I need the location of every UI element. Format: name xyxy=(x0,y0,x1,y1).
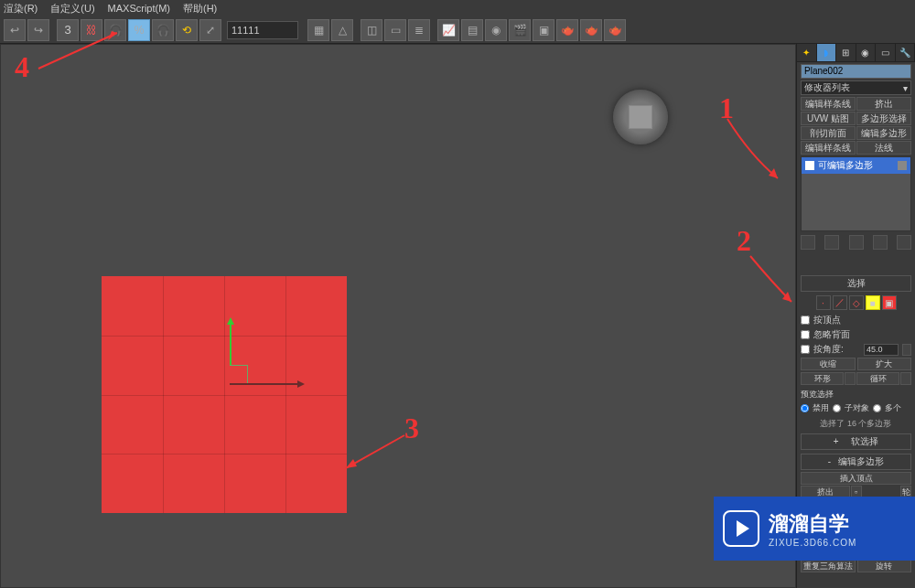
loop-button[interactable]: 循环 xyxy=(856,372,899,385)
redo-button[interactable]: ↪ xyxy=(27,19,49,41)
main-toolbar: ↩ ↪ 3 ⛓ 🎧 % 🎧 ⟲ ⤢ ▦ △ ◫ ▭ ≣ 📈 ▤ ◉ 🎬 ▣ 🫖 … xyxy=(0,16,915,44)
create-tab[interactable]: ✦ xyxy=(797,44,817,61)
quick-render-button[interactable]: 🫖 xyxy=(604,19,626,41)
edge-mode-icon[interactable]: ／ xyxy=(833,295,847,310)
selection-rollout-title[interactable]: 选择 xyxy=(801,275,911,292)
schematic-button[interactable]: ▤ xyxy=(461,19,483,41)
watermark-title: 溜溜自学 xyxy=(769,510,856,538)
modifier-visibility-icon[interactable] xyxy=(805,161,814,170)
preview-multi-radio[interactable] xyxy=(873,404,881,412)
snap-toggle-button[interactable]: ▦ xyxy=(307,19,329,41)
modifier-item-end-icon xyxy=(898,161,907,170)
render-last-button[interactable]: 🫖 xyxy=(580,19,602,41)
watermark: 溜溜自学 ZIXUE.3D66.COM xyxy=(714,497,915,561)
utilities-tab[interactable]: 🔧 xyxy=(896,44,916,61)
object-name-field[interactable]: Plane002 xyxy=(801,64,911,79)
preview-off-radio[interactable] xyxy=(801,404,809,412)
remove-modifier-button[interactable] xyxy=(873,235,888,250)
stack-controls xyxy=(801,235,911,250)
preset-poly-select[interactable]: 多边形选择 xyxy=(856,112,911,125)
viewport-container xyxy=(0,44,796,588)
insert-vertex-button[interactable]: 插入顶点 xyxy=(801,472,911,485)
layer-button[interactable]: ≣ xyxy=(408,19,430,41)
modifier-list-dropdown[interactable]: 修改器列表▾ xyxy=(801,80,911,95)
modifier-stack[interactable]: 可编辑多边形 xyxy=(801,156,911,231)
grow-button[interactable]: 扩大 xyxy=(857,358,912,370)
preset-extrude[interactable]: 挤出 xyxy=(856,97,911,111)
viewcube-face[interactable] xyxy=(629,105,652,129)
angle-value-field[interactable]: 45.0 xyxy=(864,344,899,356)
select-rotate-button[interactable]: ⟲ xyxy=(176,19,198,41)
by-vertex-label: 按顶点 xyxy=(813,314,841,326)
viewcube[interactable] xyxy=(613,90,668,144)
preset-edit-spline2[interactable]: 编辑样条线 xyxy=(801,141,856,155)
preview-subobj-label: 子对象 xyxy=(845,402,869,414)
make-unique-button[interactable] xyxy=(849,235,864,250)
ring-spinner[interactable] xyxy=(845,372,856,385)
ring-button[interactable]: 环形 xyxy=(801,372,844,385)
border-mode-icon[interactable]: ◇ xyxy=(849,295,864,310)
preset-slice[interactable]: 剖切前面 xyxy=(801,126,856,140)
edit-triangulation-button[interactable]: 重复三角算法 xyxy=(801,560,856,572)
select-move-button[interactable]: 🎧 xyxy=(152,19,174,41)
preview-subobj-radio[interactable] xyxy=(833,404,841,412)
loop-spinner[interactable] xyxy=(900,372,911,385)
preset-edit-spline[interactable]: 编辑样条线 xyxy=(801,97,856,111)
link-button[interactable]: 3 xyxy=(57,19,79,41)
subobject-icons: · ／ ◇ ■ ▣ xyxy=(801,295,911,310)
by-vertex-checkbox[interactable] xyxy=(801,315,810,325)
hierarchy-tab[interactable]: ⊞ xyxy=(836,44,856,61)
undo-button[interactable]: ↩ xyxy=(4,19,26,41)
preview-off-label: 禁用 xyxy=(813,402,829,414)
menu-maxscript[interactable]: MAXScript(M) xyxy=(108,3,170,14)
pin-stack-button[interactable] xyxy=(801,235,815,250)
edit-poly-rollout-title[interactable]: - 编辑多边形 xyxy=(801,454,911,470)
by-angle-checkbox[interactable] xyxy=(801,345,810,354)
selection-status: 选择了 16 个多边形 xyxy=(801,418,911,430)
render-frame-button[interactable]: ▣ xyxy=(533,19,554,41)
selection-rollout: · ／ ◇ ■ ▣ 按顶点 忽略背面 按角度:45.0 收缩 扩大 环形 循环 … xyxy=(801,295,911,430)
show-end-result-button[interactable] xyxy=(824,235,839,250)
configure-sets-button[interactable] xyxy=(897,235,911,250)
turn-button[interactable]: 旋转 xyxy=(857,560,912,572)
modifier-presets: 编辑样条线 挤出 UVW 贴图 多边形选择 剖切前面 编辑多边形 编辑样条线 法… xyxy=(801,97,911,155)
shrink-button[interactable]: 收缩 xyxy=(801,358,856,370)
refsys-input[interactable] xyxy=(227,21,298,39)
preset-normal[interactable]: 法线 xyxy=(856,141,911,155)
by-angle-label: 按角度: xyxy=(813,343,844,356)
menu-render[interactable]: 渲染(R) xyxy=(4,2,38,16)
ignore-backfacing-checkbox[interactable] xyxy=(801,330,810,339)
element-mode-icon[interactable]: ▣ xyxy=(882,295,897,310)
menu-help[interactable]: 帮助(H) xyxy=(183,2,217,16)
align-button[interactable]: ▭ xyxy=(384,19,406,41)
plane-object[interactable] xyxy=(102,276,347,513)
unlink-button[interactable]: ⛓ xyxy=(81,19,102,41)
mirror-button[interactable]: ◫ xyxy=(361,19,382,41)
menu-custom[interactable]: 自定义(U) xyxy=(50,2,94,16)
render-button[interactable]: 🫖 xyxy=(556,19,578,41)
polygon-mode-icon[interactable]: ■ xyxy=(866,295,880,310)
select-scale-button[interactable]: ⤢ xyxy=(199,19,221,41)
preview-multi-label: 多个 xyxy=(885,402,901,414)
ignore-backfacing-label: 忽略背面 xyxy=(813,328,850,341)
vertex-mode-icon[interactable]: · xyxy=(816,295,831,310)
preset-uvw[interactable]: UVW 贴图 xyxy=(801,112,856,125)
select-button[interactable]: % xyxy=(128,19,150,41)
curve-editor-button[interactable]: 📈 xyxy=(437,19,459,41)
bind-button[interactable]: 🎧 xyxy=(104,19,126,41)
preset-edit-poly[interactable]: 编辑多边形 xyxy=(856,126,911,140)
modifier-stack-item[interactable]: 可编辑多边形 xyxy=(802,157,910,174)
angle-snap-button[interactable]: △ xyxy=(331,19,353,41)
angle-spinner[interactable] xyxy=(902,344,911,356)
watermark-play-icon xyxy=(723,510,759,547)
perspective-viewport[interactable] xyxy=(0,44,796,588)
soft-selection-rollout-title[interactable]: + 软选择 xyxy=(801,433,911,450)
render-setup-button[interactable]: 🎬 xyxy=(509,19,531,41)
material-editor-button[interactable]: ◉ xyxy=(485,19,507,41)
modify-tab[interactable]: ◗ xyxy=(817,44,837,61)
motion-tab[interactable]: ◉ xyxy=(856,44,877,61)
watermark-url: ZIXUE.3D66.COM xyxy=(769,538,856,548)
preview-label: 预览选择 xyxy=(801,389,911,401)
display-tab[interactable]: ▭ xyxy=(876,44,896,61)
menu-bar: 渲染(R) 自定义(U) MAXScript(M) 帮助(H) xyxy=(0,0,915,16)
